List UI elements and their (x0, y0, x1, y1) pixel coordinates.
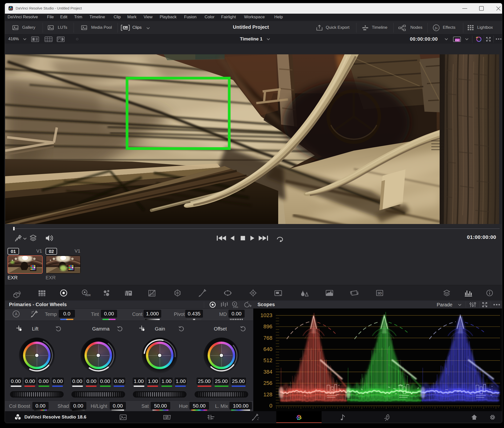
svg-text:1023: 1023 (260, 312, 272, 318)
svg-text:A: A (15, 312, 18, 316)
svg-text:896: 896 (263, 323, 272, 330)
svg-text:128: 128 (263, 391, 272, 398)
svg-text:512: 512 (263, 357, 272, 363)
svg-text:256: 256 (263, 380, 272, 386)
svg-text:768: 768 (263, 335, 272, 341)
svg-text:384: 384 (263, 369, 272, 375)
svg-text:0: 0 (269, 403, 272, 409)
svg-text:LOG: LOG (233, 306, 238, 308)
svg-text:HDR: HDR (85, 294, 91, 297)
svg-text:3D: 3D (377, 291, 382, 295)
svg-text:PXY: PXY (455, 39, 460, 41)
svg-text:fx: fx (435, 26, 438, 30)
svg-text:640: 640 (263, 346, 272, 352)
